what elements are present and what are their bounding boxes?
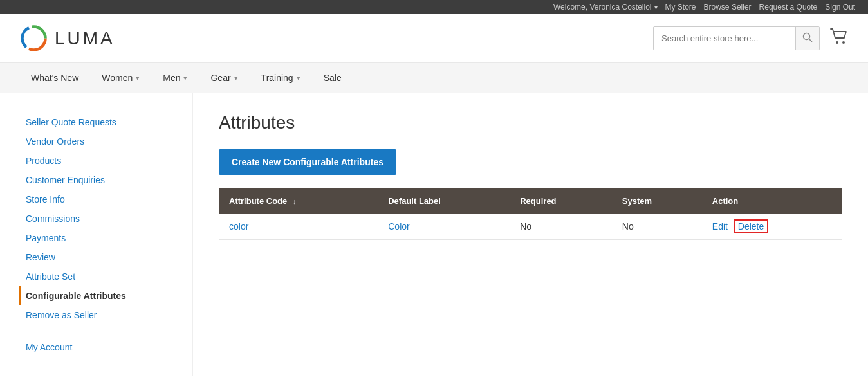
- main-nav: What's New Women ▾ Men ▾ Gear ▾ Training…: [0, 63, 868, 93]
- search-box: [653, 26, 820, 50]
- edit-link[interactable]: Edit: [712, 221, 728, 232]
- cell-action: Edit Delete: [703, 214, 842, 240]
- top-bar: Welcome, Veronica Costellol ▾ My Store B…: [0, 0, 868, 14]
- col-action: Action: [703, 188, 842, 214]
- welcome-message: Welcome, Veronica Costellol ▾: [553, 3, 658, 12]
- nav-men-chevron: ▾: [183, 74, 187, 82]
- sidebar-item-commissions[interactable]: Commissions: [26, 209, 173, 228]
- create-new-configurable-attributes-button[interactable]: Create New Configurable Attributes: [219, 149, 396, 175]
- header: LUMA: [0, 14, 868, 63]
- sidebar-item-seller-quote-requests[interactable]: Seller Quote Requests: [26, 113, 173, 132]
- sidebar-item-remove-as-seller[interactable]: Remove as Seller: [26, 305, 173, 325]
- attribute-code-link[interactable]: color: [229, 221, 248, 232]
- nav-training[interactable]: Training ▾: [250, 63, 312, 93]
- sidebar-item-review[interactable]: Review: [26, 248, 173, 267]
- sidebar-item-customer-enquiries[interactable]: Customer Enquiries: [26, 170, 173, 190]
- nav-women[interactable]: Women ▾: [90, 63, 151, 93]
- cell-system: No: [613, 214, 703, 240]
- col-attribute-code[interactable]: Attribute Code ↓: [219, 188, 379, 214]
- my-store-link[interactable]: My Store: [665, 3, 696, 12]
- cell-required: No: [510, 214, 613, 240]
- nav-men[interactable]: Men ▾: [151, 63, 199, 93]
- sort-arrow-icon: ↓: [293, 197, 297, 205]
- attributes-table: Attribute Code ↓ Default Label Required …: [219, 188, 842, 240]
- logo[interactable]: LUMA: [19, 24, 115, 53]
- logo-text: LUMA: [55, 28, 115, 49]
- search-input[interactable]: [654, 28, 795, 48]
- table-header-row: Attribute Code ↓ Default Label Required …: [219, 188, 842, 214]
- sidebar-item-store-info[interactable]: Store Info: [26, 190, 173, 209]
- sidebar-item-payments[interactable]: Payments: [26, 228, 173, 248]
- table-row: color Color No No Edit Delete: [219, 214, 842, 240]
- sidebar-item-configurable-attributes[interactable]: Configurable Attributes: [19, 286, 173, 305]
- cell-default-label: Color: [378, 214, 510, 240]
- sidebar-item-products[interactable]: Products: [26, 151, 173, 170]
- nav-gear[interactable]: Gear ▾: [199, 63, 249, 93]
- col-required: Required: [510, 188, 613, 214]
- nav-training-chevron: ▾: [297, 74, 300, 82]
- nav-women-chevron: ▾: [136, 74, 140, 82]
- cart-svg: [829, 28, 849, 46]
- svg-point-6: [842, 41, 845, 44]
- svg-line-4: [809, 39, 813, 42]
- browse-seller-link[interactable]: Browse Seller: [704, 3, 752, 12]
- page-title: Attributes: [219, 113, 842, 133]
- sign-out-link[interactable]: Sign Out: [825, 3, 855, 12]
- nav-whats-new[interactable]: What's New: [19, 63, 90, 93]
- svg-point-5: [836, 41, 838, 44]
- sidebar-item-attribute-set[interactable]: Attribute Set: [26, 267, 173, 286]
- delete-link[interactable]: Delete: [734, 219, 768, 233]
- welcome-chevron: ▾: [654, 4, 658, 11]
- svg-point-3: [804, 33, 810, 40]
- page-layout: Seller Quote Requests Vendor Orders Prod…: [0, 93, 868, 376]
- main-content: Attributes Create New Configurable Attri…: [193, 93, 868, 376]
- cell-attribute-code: color: [219, 214, 379, 240]
- sidebar: Seller Quote Requests Vendor Orders Prod…: [0, 93, 193, 376]
- nav-gear-chevron: ▾: [234, 74, 238, 82]
- header-right: [653, 26, 849, 50]
- logo-icon: [19, 24, 48, 53]
- search-icon: [802, 32, 813, 42]
- default-label-link[interactable]: Color: [388, 221, 409, 232]
- search-button[interactable]: [795, 27, 819, 50]
- cart-icon[interactable]: [829, 28, 849, 50]
- nav-sale[interactable]: Sale: [312, 63, 353, 93]
- sidebar-item-vendor-orders[interactable]: Vendor Orders: [26, 132, 173, 151]
- sidebar-item-my-account[interactable]: My Account: [26, 338, 173, 357]
- request-quote-link[interactable]: Request a Quote: [759, 3, 818, 12]
- col-system: System: [613, 188, 703, 214]
- col-default-label: Default Label: [378, 188, 510, 214]
